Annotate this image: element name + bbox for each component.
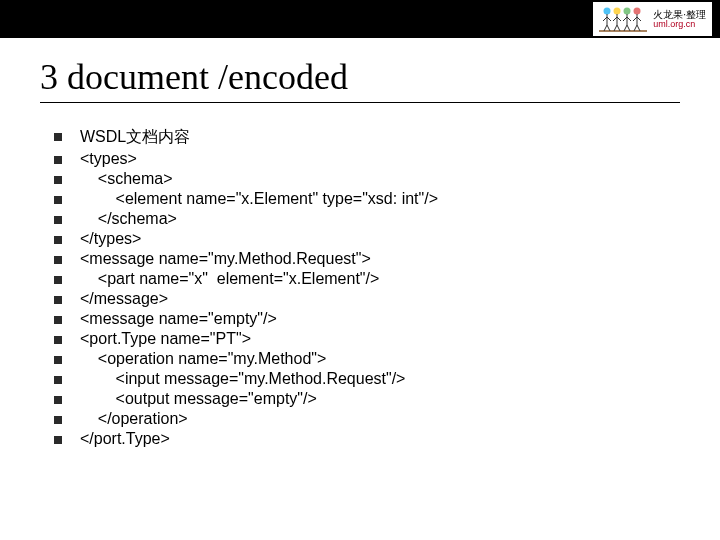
svg-line-9	[614, 25, 617, 31]
bullet-text: </message>	[80, 290, 168, 308]
bullet-item: </types>	[54, 230, 680, 248]
bullet-text: WSDL文档内容	[80, 127, 190, 148]
bullet-square-icon	[54, 276, 62, 284]
bullet-item: </operation>	[54, 410, 680, 428]
bullet-text: <types>	[80, 150, 137, 168]
svg-point-1	[604, 8, 611, 15]
slide-content: 3 document /encoded WSDL文档内容<types> <sch…	[0, 38, 720, 448]
bullet-square-icon	[54, 356, 62, 364]
bullet-square-icon	[54, 336, 62, 344]
bullet-text: </schema>	[80, 210, 177, 228]
svg-line-23	[633, 17, 637, 21]
svg-line-5	[603, 17, 607, 21]
bullet-item: <input message="my.Method.Request"/>	[54, 370, 680, 388]
bullet-square-icon	[54, 176, 62, 184]
bullet-square-icon	[54, 256, 62, 264]
bullet-square-icon	[54, 196, 62, 204]
logo-figures-icon	[599, 5, 647, 33]
bullet-square-icon	[54, 156, 62, 164]
svg-line-22	[637, 25, 640, 31]
bullet-list: WSDL文档内容<types> <schema> <element name="…	[40, 127, 680, 448]
svg-line-18	[627, 17, 631, 21]
bullet-square-icon	[54, 236, 62, 244]
bullet-item: <element name="x.Element" type="xsd: int…	[54, 190, 680, 208]
svg-line-21	[634, 25, 637, 31]
bullet-square-icon	[54, 316, 62, 324]
bullet-square-icon	[54, 436, 62, 444]
bullet-text: <input message="my.Method.Request"/>	[80, 370, 405, 388]
bullet-text: <output message="empty"/>	[80, 390, 317, 408]
svg-point-13	[624, 8, 631, 15]
logo-text-top: 火龙果·整理	[653, 9, 706, 20]
svg-line-24	[637, 17, 641, 21]
bullet-item: <part name="x" element="x.Element"/>	[54, 270, 680, 288]
svg-line-6	[607, 17, 611, 21]
bullet-item: <types>	[54, 150, 680, 168]
bullet-item: <port.Type name="PT">	[54, 330, 680, 348]
bullet-item: WSDL文档内容	[54, 127, 680, 148]
bullet-item: <schema>	[54, 170, 680, 188]
svg-point-7	[614, 8, 621, 15]
svg-line-12	[617, 17, 621, 21]
bullet-square-icon	[54, 396, 62, 404]
bullet-item: <output message="empty"/>	[54, 390, 680, 408]
bullet-text: </operation>	[80, 410, 188, 428]
logo-text: 火龙果·整理 uml.org.cn	[653, 9, 706, 30]
svg-line-10	[617, 25, 620, 31]
bullet-text: <operation name="my.Method">	[80, 350, 326, 368]
svg-line-17	[623, 17, 627, 21]
bullet-text: <element name="x.Element" type="xsd: int…	[80, 190, 438, 208]
bullet-item: <message name="my.Method.Request">	[54, 250, 680, 268]
bullet-text: <port.Type name="PT">	[80, 330, 251, 348]
title-divider	[40, 102, 680, 103]
svg-line-16	[627, 25, 630, 31]
bullet-text: <message name="my.Method.Request">	[80, 250, 371, 268]
bullet-text: <part name="x" element="x.Element"/>	[80, 270, 379, 288]
bullet-text: </port.Type>	[80, 430, 170, 448]
bullet-text: <message name="empty"/>	[80, 310, 277, 328]
bullet-square-icon	[54, 133, 62, 141]
bullet-item: </message>	[54, 290, 680, 308]
bullet-square-icon	[54, 376, 62, 384]
svg-point-19	[634, 8, 641, 15]
logo-box: 火龙果·整理 uml.org.cn	[593, 2, 712, 36]
bullet-item: <operation name="my.Method">	[54, 350, 680, 368]
bullet-square-icon	[54, 296, 62, 304]
bullet-text: <schema>	[80, 170, 173, 188]
bullet-square-icon	[54, 216, 62, 224]
bullet-item: <message name="empty"/>	[54, 310, 680, 328]
bullet-item: </schema>	[54, 210, 680, 228]
bullet-text: </types>	[80, 230, 141, 248]
svg-line-11	[613, 17, 617, 21]
bullet-square-icon	[54, 416, 62, 424]
svg-line-4	[607, 25, 610, 31]
svg-line-3	[604, 25, 607, 31]
bullet-item: </port.Type>	[54, 430, 680, 448]
slide-title: 3 document /encoded	[40, 56, 680, 98]
logo-text-bottom: uml.org.cn	[653, 20, 706, 30]
header-strip: 火龙果·整理 uml.org.cn	[0, 0, 720, 38]
svg-line-15	[624, 25, 627, 31]
